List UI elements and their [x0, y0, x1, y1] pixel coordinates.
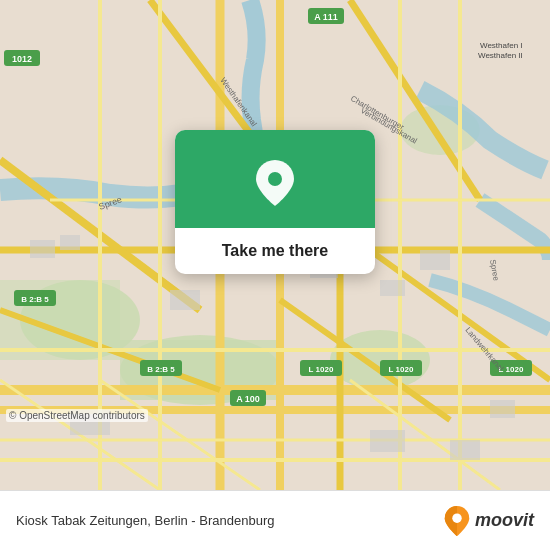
moovit-logo: moovit — [443, 505, 534, 537]
map-copyright: © OpenStreetMap contributors — [6, 409, 148, 422]
moovit-brand-text: moovit — [475, 510, 534, 531]
card-body[interactable]: Take me there — [175, 228, 375, 274]
svg-rect-55 — [60, 235, 80, 250]
svg-rect-62 — [450, 440, 480, 460]
svg-text:L 1020: L 1020 — [389, 365, 414, 374]
location-label: Kiosk Tabak Zeitungen, Berlin - Brandenb… — [16, 513, 443, 528]
map-container: A 111 B 2:B 5 B 2:B 5 L 1020 L 1020 L 10… — [0, 0, 550, 490]
svg-rect-59 — [420, 250, 450, 270]
svg-text:1012: 1012 — [12, 54, 32, 64]
svg-text:A 100: A 100 — [236, 394, 260, 404]
svg-text:A 111: A 111 — [314, 12, 338, 22]
card-header — [175, 130, 375, 228]
svg-text:B 2:B 5: B 2:B 5 — [21, 295, 49, 304]
svg-text:L 1020: L 1020 — [309, 365, 334, 374]
svg-rect-58 — [380, 280, 405, 296]
bottom-info-bar: Kiosk Tabak Zeitungen, Berlin - Brandenb… — [0, 490, 550, 550]
location-pin-icon — [253, 158, 297, 208]
svg-point-64 — [268, 172, 282, 186]
navigation-card[interactable]: Take me there — [175, 130, 375, 274]
svg-text:Westhafen II: Westhafen II — [478, 51, 523, 60]
svg-text:B 2:B 5: B 2:B 5 — [147, 365, 175, 374]
svg-rect-61 — [370, 430, 405, 452]
svg-point-65 — [452, 513, 461, 522]
svg-text:Westhafen I: Westhafen I — [480, 41, 523, 50]
svg-rect-63 — [490, 400, 515, 418]
take-me-there-label: Take me there — [222, 242, 328, 259]
svg-rect-54 — [30, 240, 55, 258]
moovit-pin-icon — [443, 505, 471, 537]
svg-rect-56 — [170, 290, 200, 310]
